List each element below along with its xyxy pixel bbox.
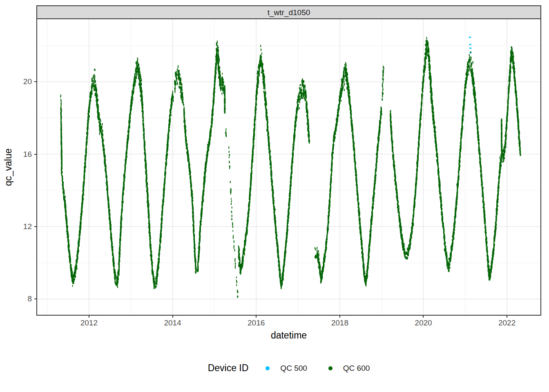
legend-entry-qc500: QC 500	[266, 364, 307, 373]
x-tick	[507, 315, 507, 318]
x-tick-label: 2016	[240, 318, 272, 327]
x-tick-label: 2022	[491, 318, 523, 327]
scatter-plot-canvas	[37, 19, 540, 315]
y-tick-label: 16	[11, 150, 32, 159]
legend-entry-qc600: QC 600	[328, 364, 370, 373]
x-tick	[256, 315, 257, 318]
ggplot-figure: t_wtr_d1050 8121620 20122014201620182020…	[0, 0, 549, 392]
x-tick-label: 2014	[156, 318, 189, 327]
x-axis-title: datetime	[37, 330, 540, 341]
legend: Device ID QC 500 QC 600	[37, 363, 540, 374]
legend-title: Device ID	[208, 363, 249, 374]
y-tick	[34, 81, 37, 82]
facet-strip-title: t_wtr_d1050	[268, 8, 310, 17]
x-tick	[89, 315, 89, 318]
x-tick	[172, 315, 173, 318]
y-tick	[34, 226, 37, 227]
y-tick-label: 20	[11, 77, 32, 86]
plot-panel	[36, 18, 541, 316]
legend-label-qc600: QC 600	[343, 364, 370, 373]
legend-label-qc500: QC 500	[280, 364, 307, 373]
x-tick	[339, 315, 340, 318]
x-tick	[423, 315, 424, 318]
y-tick	[34, 298, 37, 299]
x-tick-label: 2020	[407, 318, 440, 327]
x-tick-label: 2012	[73, 318, 105, 327]
y-tick-label: 8	[11, 294, 32, 303]
qc500-dot-icon	[266, 366, 270, 370]
y-tick	[34, 154, 37, 155]
x-tick-label: 2018	[324, 318, 356, 327]
facet-strip: t_wtr_d1050	[36, 5, 541, 20]
y-tick-label: 12	[11, 222, 32, 231]
y-axis-title: qc_value	[3, 20, 14, 315]
qc600-dot-icon	[328, 366, 333, 370]
